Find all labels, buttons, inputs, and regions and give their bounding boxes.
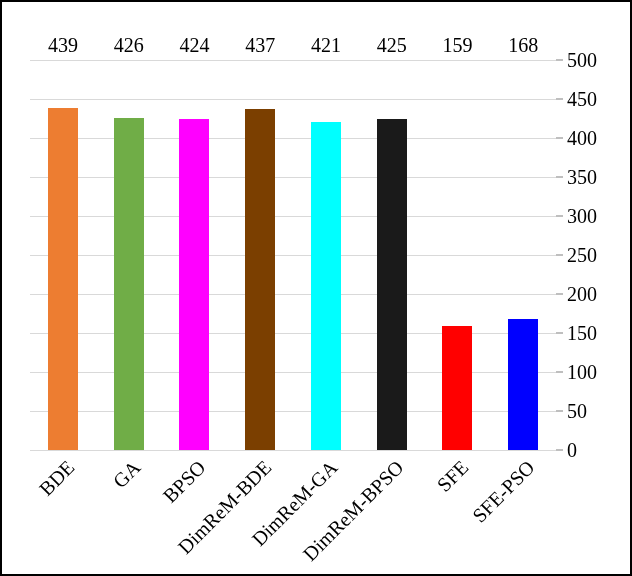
bar-value-label: 421 <box>311 34 341 57</box>
y-tick-label: 350 <box>567 166 597 189</box>
y-tick-label: 500 <box>567 49 597 72</box>
bar <box>48 108 78 450</box>
y-tick-label: 100 <box>567 361 597 384</box>
bar-value-label: 168 <box>508 34 538 57</box>
bar <box>442 326 472 450</box>
bar-slot: 426 <box>96 60 162 450</box>
bar-slot: 168 <box>490 60 556 450</box>
y-tick: 500 <box>556 49 597 72</box>
bar-slot: 159 <box>425 60 491 450</box>
x-label-slot: BDE <box>30 450 96 560</box>
x-category-label: SFE <box>433 456 474 497</box>
bar-slot: 421 <box>293 60 359 450</box>
y-tick: 50 <box>556 400 587 423</box>
bar-value-label: 437 <box>245 34 275 57</box>
y-tick: 0 <box>556 439 577 462</box>
y-tick-label: 250 <box>567 244 597 267</box>
bars-container: 439426424437421425159168 <box>30 60 556 450</box>
y-tick-label: 200 <box>567 283 597 306</box>
bar <box>245 109 275 450</box>
y-tick-label: 450 <box>567 88 597 111</box>
y-tick-label: 300 <box>567 205 597 228</box>
y-tick-label: 150 <box>567 322 597 345</box>
x-axis-labels: BDEGABPSODimReM-BDEDimReM-GADimReM-BPSOS… <box>30 450 556 560</box>
y-tick: 250 <box>556 244 597 267</box>
y-tick-label: 50 <box>567 400 587 423</box>
y-tick: 300 <box>556 205 597 228</box>
plot-area: 439426424437421425159168 <box>30 60 556 450</box>
x-category-label: GA <box>108 456 145 493</box>
y-tick: 150 <box>556 322 597 345</box>
bar-value-label: 439 <box>48 34 78 57</box>
bar-value-label: 159 <box>442 34 472 57</box>
x-category-label: BPSO <box>159 456 211 508</box>
y-tick: 100 <box>556 361 597 384</box>
bar <box>179 119 209 450</box>
chart-frame: 439426424437421425159168 050100150200250… <box>0 0 632 576</box>
x-category-label: BDE <box>35 456 80 501</box>
bar-value-label: 426 <box>114 34 144 57</box>
bar <box>377 119 407 451</box>
y-tick: 450 <box>556 88 597 111</box>
bar-slot: 439 <box>30 60 96 450</box>
bar-slot: 424 <box>162 60 228 450</box>
bar-chart: 439426424437421425159168 050100150200250… <box>30 20 556 560</box>
bar <box>311 122 341 450</box>
y-axis: 050100150200250300350400450500 <box>556 60 630 450</box>
y-tick: 200 <box>556 283 597 306</box>
y-tick-label: 0 <box>567 439 577 462</box>
bar <box>114 118 144 450</box>
bar <box>508 319 538 450</box>
bar-slot: 425 <box>359 60 425 450</box>
bar-value-label: 425 <box>377 34 407 57</box>
x-label-slot: SFE-PSO <box>490 450 556 560</box>
bar-slot: 437 <box>227 60 293 450</box>
x-label-slot: GA <box>96 450 162 560</box>
y-tick: 400 <box>556 127 597 150</box>
y-tick: 350 <box>556 166 597 189</box>
y-tick-label: 400 <box>567 127 597 150</box>
x-label-slot: DimReM-BPSO <box>359 450 425 560</box>
bar-value-label: 424 <box>179 34 209 57</box>
